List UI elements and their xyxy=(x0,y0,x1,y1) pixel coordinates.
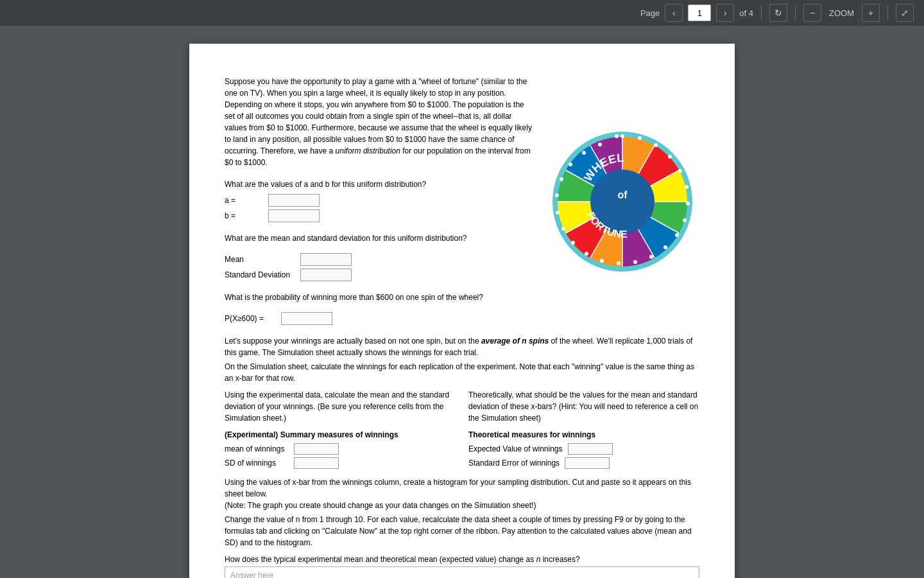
q4-section: How does the typical experimental mean a… xyxy=(225,555,699,578)
experimental-col: Using the experimental data, calculate t… xyxy=(225,389,456,424)
exp-value-input[interactable] xyxy=(568,443,613,455)
svg-point-35 xyxy=(598,143,602,146)
note-graph: (Note: The graph you create should chang… xyxy=(225,500,699,511)
page-number-input[interactable] xyxy=(688,4,711,21)
wheel-of-text: of xyxy=(617,189,628,200)
b-label: b = xyxy=(225,210,263,222)
std-error-row: Standard Error of winnings xyxy=(468,457,699,469)
std-error-input[interactable] xyxy=(565,457,610,469)
mean-input[interactable] xyxy=(300,253,352,266)
page-label: Page xyxy=(640,8,660,18)
sd-label: Standard Deviation xyxy=(225,269,295,281)
svg-point-22 xyxy=(663,245,667,249)
exp-desc: Using the experimental data, calculate t… xyxy=(225,389,456,424)
sd-row: Standard Deviation xyxy=(225,268,533,281)
svg-point-17 xyxy=(678,169,682,173)
p-input[interactable] xyxy=(281,312,332,325)
q3-section: What is the probability of winning more … xyxy=(225,292,533,325)
theoretical-col: Theoretically, what should be the values… xyxy=(468,389,699,424)
svg-point-33 xyxy=(569,162,572,166)
std-error-label: Standard Error of winnings xyxy=(468,457,560,469)
q4-label: How does the typical experimental mean a… xyxy=(225,555,699,564)
exp-measures: (Experimental) Summary measures of winni… xyxy=(225,429,456,471)
svg-point-20 xyxy=(683,218,687,222)
exp-theo-row: Using the experimental data, calculate t… xyxy=(225,389,699,424)
svg-point-29 xyxy=(561,227,565,231)
divider-2 xyxy=(795,5,796,21)
sim-intro: Let's suppose your winnings are actually… xyxy=(225,335,699,358)
simulation-section: Let's suppose your winnings are actually… xyxy=(225,335,699,548)
mean-winnings-label: mean of winnings xyxy=(225,443,289,455)
svg-point-30 xyxy=(556,211,560,215)
q1-label: What are the values of a and b for this … xyxy=(225,179,533,190)
svg-point-15 xyxy=(654,143,658,147)
sd-winnings-row: SD of winnings xyxy=(225,457,456,469)
svg-point-13 xyxy=(620,134,624,138)
svg-point-19 xyxy=(686,202,690,206)
doc-page: Suppose you have the opportunity to play… xyxy=(189,44,735,578)
svg-point-27 xyxy=(585,252,588,256)
mean-winnings-input[interactable] xyxy=(294,443,339,455)
zoom-out-button[interactable]: − xyxy=(803,4,821,22)
q2-section: What are the mean and standard deviation… xyxy=(225,232,533,281)
sd-winnings-input[interactable] xyxy=(294,457,339,469)
a-input[interactable] xyxy=(268,194,320,207)
mean-label: Mean xyxy=(225,254,295,265)
fullscreen-button[interactable]: ⤢ xyxy=(896,4,914,22)
exp-value-row: Expected Value of winnings xyxy=(468,443,699,455)
svg-point-28 xyxy=(571,241,575,245)
b-row: b = xyxy=(225,209,533,222)
intro-section: Suppose you have the opportunity to play… xyxy=(225,76,699,328)
svg-point-31 xyxy=(555,193,559,197)
wheel-container: of WHEEL FORTUNE xyxy=(545,76,699,328)
svg-point-24 xyxy=(633,260,637,264)
wheel-graphic: of WHEEL FORTUNE xyxy=(552,131,693,272)
zoom-in-button[interactable]: + xyxy=(862,4,880,22)
change-note: Change the value of n from 1 through 10.… xyxy=(225,514,699,548)
toolbar: Page ‹ › of 4 ↻ − ZOOM + ⤢ xyxy=(0,0,924,26)
a-row: a = xyxy=(225,194,533,207)
svg-point-32 xyxy=(560,177,563,181)
mean-winnings-row: mean of winnings xyxy=(225,443,456,455)
q4-answer-box[interactable]: Answer here xyxy=(225,566,699,578)
svg-point-14 xyxy=(638,136,642,140)
svg-point-16 xyxy=(668,155,672,159)
theo-desc: Theoretically, what should be the values… xyxy=(468,389,699,424)
q2-label: What are the mean and standard deviation… xyxy=(225,232,533,244)
sd-input[interactable] xyxy=(300,268,352,281)
svg-point-26 xyxy=(600,259,604,263)
q4-placeholder: Answer here xyxy=(230,571,273,578)
svg-point-23 xyxy=(649,255,653,259)
prev-page-button[interactable]: ‹ xyxy=(665,4,683,22)
sd-winnings-label: SD of winnings xyxy=(225,457,289,469)
zoom-label: ZOOM xyxy=(829,8,854,18)
exp-value-label: Expected Value of winnings xyxy=(468,443,563,455)
svg-point-36 xyxy=(615,134,619,138)
divider-1 xyxy=(761,5,762,21)
p-row: P(X≥600) = xyxy=(225,312,533,325)
mean-row: Mean xyxy=(225,253,533,266)
svg-point-18 xyxy=(685,185,689,189)
next-page-button[interactable]: › xyxy=(716,4,734,22)
svg-point-21 xyxy=(675,233,679,237)
divider-3 xyxy=(887,5,888,21)
page-total: of 4 xyxy=(739,8,753,18)
histogram-note: Using the values of x-bar from the winni… xyxy=(225,477,699,500)
theo-measures: Theoretical measures for winnings Expect… xyxy=(468,429,699,471)
refresh-button[interactable]: ↻ xyxy=(769,4,787,22)
exp-header: (Experimental) Summary measures of winni… xyxy=(225,429,456,441)
a-label: a = xyxy=(225,195,263,206)
svg-point-34 xyxy=(582,151,586,155)
measures-section: (Experimental) Summary measures of winni… xyxy=(225,429,699,471)
intro-text: Suppose you have the opportunity to play… xyxy=(225,76,533,168)
b-input[interactable] xyxy=(268,209,320,222)
q3-label: What is the probability of winning more … xyxy=(225,292,533,303)
q1-section: What are the values of a and b for this … xyxy=(225,179,533,222)
theo-header: Theoretical measures for winnings xyxy=(468,429,699,441)
sim-line2: On the Simulation sheet, calculate the w… xyxy=(225,361,699,384)
page-wrap: Suppose you have the opportunity to play… xyxy=(0,31,924,578)
intro-left: Suppose you have the opportunity to play… xyxy=(225,76,533,328)
svg-point-25 xyxy=(617,261,620,265)
p-label: P(X≥600) = xyxy=(225,313,276,324)
